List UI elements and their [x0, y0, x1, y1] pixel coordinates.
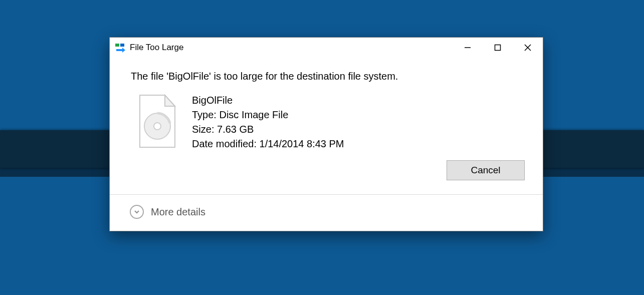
close-button[interactable] [513, 38, 543, 58]
file-date-modified: Date modified: 1/14/2014 8:43 PM [192, 137, 344, 151]
svg-rect-3 [495, 45, 501, 51]
file-details: BigOlFile Type: Disc Image File Size: 7.… [192, 93, 344, 151]
more-details-label: More details [151, 206, 205, 218]
button-row: Cancel [131, 151, 525, 191]
file-size: Size: 7.63 GB [192, 122, 344, 137]
file-type: Type: Disc Image File [192, 108, 344, 122]
chevron-down-icon [130, 205, 144, 219]
maximize-button[interactable] [483, 38, 513, 58]
titlebar[interactable]: File Too Large [110, 38, 543, 58]
minimize-button[interactable] [453, 38, 483, 58]
dialog-content: The file 'BigOlFile' is too large for th… [110, 58, 543, 194]
window-controls [453, 38, 543, 58]
cancel-button[interactable]: Cancel [447, 160, 525, 180]
svg-rect-0 [115, 44, 119, 47]
dialog-footer[interactable]: More details [110, 194, 543, 231]
svg-point-7 [154, 123, 161, 130]
error-message: The file 'BigOlFile' is too large for th… [131, 71, 525, 82]
dialog-title: File Too Large [130, 43, 183, 53]
file-info-row: BigOlFile Type: Disc Image File Size: 7.… [136, 93, 525, 151]
disc-image-file-icon [136, 93, 179, 149]
transfer-icon [115, 42, 126, 53]
desktop-background: File Too Large The file 'BigOlFile' is t… [0, 0, 644, 295]
svg-rect-1 [120, 44, 124, 47]
error-dialog: File Too Large The file 'BigOlFile' is t… [109, 37, 543, 231]
file-name: BigOlFile [192, 93, 344, 108]
